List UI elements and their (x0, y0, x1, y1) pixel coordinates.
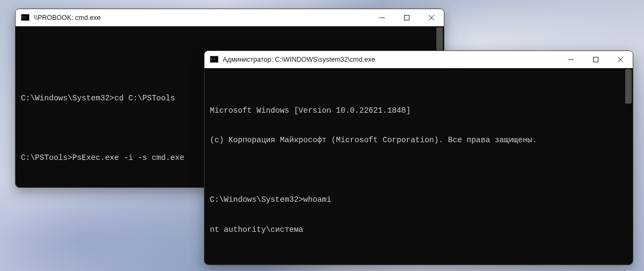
svg-text:C:\: C:\ (22, 15, 27, 19)
maximize-button[interactable] (394, 9, 419, 26)
titlebar[interactable]: C:\ \\PROBOOK: cmd.exe (16, 9, 444, 26)
terminal-blank-line (210, 165, 627, 175)
terminal-blank-line (210, 254, 627, 265)
svg-text:C:\: C:\ (211, 57, 216, 61)
close-button[interactable] (608, 51, 633, 68)
scrollbar-thumb[interactable] (625, 69, 632, 104)
minimize-button[interactable] (559, 51, 583, 68)
titlebar[interactable]: C:\ Администратор: C:\WINDOWS\system32\c… (204, 51, 633, 68)
terminal-line: nt authority\система (210, 225, 627, 235)
svg-rect-3 (405, 16, 409, 20)
terminal-line: C:\Windows\System32>whoami (210, 195, 627, 205)
cmd-window-admin[interactable]: C:\ Администратор: C:\WINDOWS\system32\c… (204, 50, 633, 265)
minimize-button[interactable] (370, 9, 394, 26)
window-title: Администратор: C:\WINDOWS\system32\cmd.e… (223, 56, 375, 63)
terminal-line: (c) Корпорация Майкрософт (Microsoft Cor… (210, 135, 627, 145)
svg-rect-9 (594, 57, 598, 62)
maximize-button[interactable] (583, 51, 608, 68)
window-title: \\PROBOOK: cmd.exe (34, 14, 100, 21)
terminal-output[interactable]: Microsoft Windows [Version 10.0.22621.18… (204, 68, 633, 265)
cmd-icon: C:\ (21, 13, 30, 22)
cmd-icon: C:\ (210, 55, 218, 64)
close-button[interactable] (419, 9, 444, 26)
terminal-line: Microsoft Windows [Version 10.0.22621.18… (210, 106, 627, 116)
